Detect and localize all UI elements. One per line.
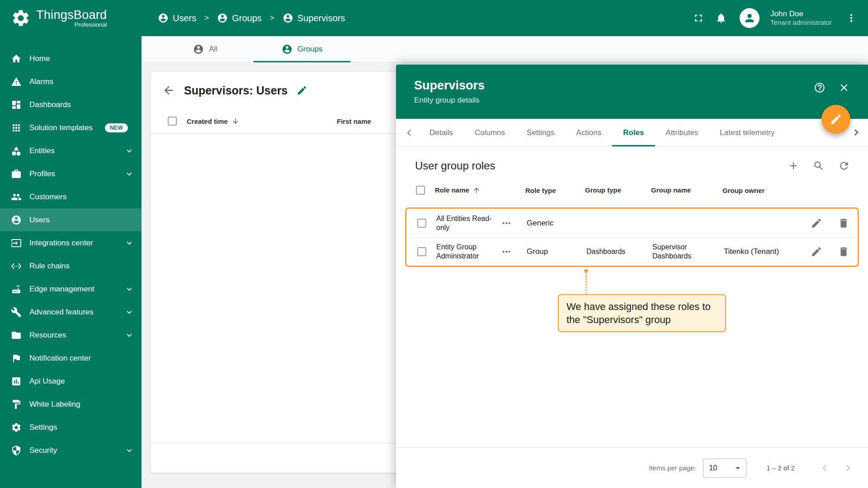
entity-tabs: All Groups <box>142 36 868 62</box>
sidebar-item-resources[interactable]: Resources <box>0 324 142 347</box>
tab-label: Actions <box>576 128 602 137</box>
logo[interactable]: ThingsBoard Professional <box>0 0 142 36</box>
tab-label: Settings <box>527 128 554 137</box>
role-row-all-entities[interactable]: All Entities Read-only Generic <box>406 209 858 237</box>
user-role: Tenant administrator <box>770 19 832 27</box>
app-root: ThingsBoard Professional Home Alarms Das… <box>0 0 868 488</box>
notifications-button[interactable] <box>715 12 727 24</box>
sidebar-item-entities[interactable]: Entities <box>0 139 142 162</box>
breadcrumb-groups[interactable]: Groups <box>217 13 262 23</box>
sidebar-item-label: Resources <box>29 331 66 340</box>
callout-connector <box>409 267 855 294</box>
tab-columns[interactable]: Columns <box>464 119 516 146</box>
group-owner-cell: Titenko (Tenant) <box>724 247 810 256</box>
sidebar-item-white-labeling[interactable]: White Labeling <box>0 393 142 416</box>
help-icon <box>814 82 826 94</box>
chevron-down-icon <box>124 146 134 156</box>
trash-icon <box>838 246 849 258</box>
add-role-button[interactable] <box>788 160 799 172</box>
sidebar-item-notification-center[interactable]: Notification center <box>0 347 142 370</box>
tab-all[interactable]: All <box>157 36 254 62</box>
sidebar-item-integrations-center[interactable]: Integrations center <box>0 231 142 254</box>
sidebar-item-label: Security <box>29 446 57 455</box>
help-button[interactable] <box>814 82 826 94</box>
role-type-cell: Group <box>527 247 586 256</box>
back-arrow-icon <box>162 84 175 97</box>
trash-icon <box>838 217 849 229</box>
delete-role-button[interactable] <box>838 246 849 258</box>
white-labeling-icon <box>11 399 22 410</box>
sidebar-item-settings[interactable]: Settings <box>0 416 142 439</box>
prev-page-button[interactable] <box>818 462 831 474</box>
column-role-type[interactable]: Role type <box>525 187 585 194</box>
sidebar-item-security[interactable]: Security <box>0 439 142 462</box>
chevron-down-icon <box>124 307 134 317</box>
sidebar-item-label: Api Usage <box>29 377 65 386</box>
user-name: John Doe <box>770 9 832 19</box>
connector-dot <box>584 269 588 273</box>
refresh-button[interactable] <box>838 160 850 172</box>
sidebar-item-customers[interactable]: Customers <box>0 185 142 208</box>
tab-settings[interactable]: Settings <box>516 119 565 146</box>
sidebar-item-alarms[interactable]: Alarms <box>0 70 142 93</box>
breadcrumb-separator: > <box>267 14 277 23</box>
sidebar-item-solution-templates[interactable]: Solution templates NEW <box>0 116 142 139</box>
page-range: 1 – 2 of 2 <box>766 464 795 472</box>
tab-actions[interactable]: Actions <box>566 119 613 146</box>
column-group-type[interactable]: Group type <box>585 186 651 195</box>
role-row-entity-group-admin[interactable]: Entity Group Administrator Group Dashboa… <box>406 237 858 266</box>
sidebar-item-api-usage[interactable]: Api Usage <box>0 370 142 393</box>
breadcrumb-users[interactable]: Users <box>158 13 196 23</box>
sidebar-item-advanced-features[interactable]: Advanced features <box>0 300 142 324</box>
tab-latest-telemetry[interactable]: Latest telemetry <box>709 119 785 146</box>
edit-fab[interactable] <box>821 105 850 134</box>
row-checkbox[interactable] <box>417 247 426 256</box>
column-label: Group type <box>585 186 621 194</box>
close-drawer-button[interactable] <box>838 82 850 94</box>
select-all-checkbox[interactable] <box>168 117 177 126</box>
items-per-page-select[interactable]: 10 <box>703 459 746 478</box>
tab-details[interactable]: Details <box>419 119 464 146</box>
row-menu-button[interactable] <box>500 246 512 258</box>
sidebar-item-dashboards[interactable]: Dashboards <box>0 93 142 116</box>
column-first-name[interactable]: First name <box>337 117 371 125</box>
edit-role-button[interactable] <box>811 246 822 258</box>
delete-role-button[interactable] <box>838 217 849 229</box>
row-checkbox[interactable] <box>417 219 426 228</box>
sidebar-item-edge-management[interactable]: Edge management <box>0 277 142 300</box>
column-group-owner[interactable]: Group owner <box>722 187 808 194</box>
next-page-button[interactable] <box>842 462 854 474</box>
edit-role-button[interactable] <box>811 217 822 229</box>
breadcrumb-supervisors[interactable]: Supervisors <box>283 13 345 23</box>
sidebar-item-rule-chains[interactable]: Rule chains <box>0 254 142 277</box>
edit-title-button[interactable] <box>297 85 307 96</box>
chevron-left-icon <box>403 127 415 139</box>
sidebar-item-label: White Labeling <box>29 400 80 409</box>
column-role-name[interactable]: Role name <box>435 186 497 195</box>
tab-attributes[interactable]: Attributes <box>655 119 709 146</box>
tab-groups[interactable]: Groups <box>254 36 350 62</box>
row-menu-button[interactable] <box>500 217 512 229</box>
more-vert-icon <box>845 12 857 24</box>
column-created-time[interactable]: Created time <box>187 117 327 125</box>
avatar[interactable] <box>740 8 760 28</box>
fullscreen-button[interactable] <box>693 12 704 24</box>
plus-icon <box>788 160 799 172</box>
sidebar-item-home[interactable]: Home <box>0 47 142 70</box>
advanced-features-icon <box>11 307 22 318</box>
back-button[interactable] <box>162 84 175 97</box>
select-all-checkbox[interactable] <box>416 186 425 195</box>
sidebar-item-profiles[interactable]: Profiles <box>0 162 142 185</box>
user-menu-button[interactable] <box>845 12 857 24</box>
tab-roles[interactable]: Roles <box>612 119 655 146</box>
entities-icon <box>11 145 22 156</box>
tabs-scroll-left-button[interactable] <box>400 119 419 146</box>
sidebar-item-users[interactable]: Users <box>0 208 142 231</box>
search-button[interactable] <box>813 160 825 172</box>
column-label: Group name <box>651 186 691 194</box>
profiles-icon <box>11 169 22 179</box>
sidebar-item-label: Notification center <box>29 354 91 363</box>
column-group-name[interactable]: Group name <box>651 186 722 195</box>
close-icon <box>838 82 850 94</box>
integrations-center-icon <box>11 238 22 249</box>
